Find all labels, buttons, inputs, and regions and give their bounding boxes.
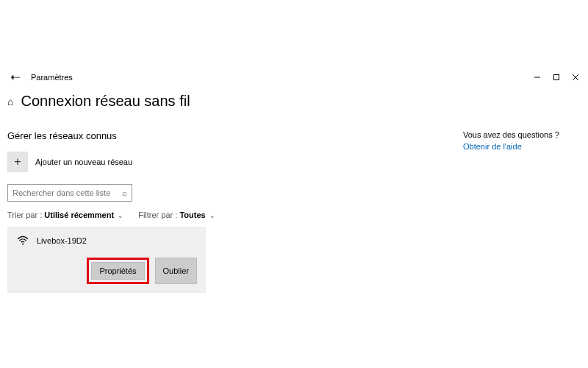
- search-input[interactable]: [12, 188, 122, 197]
- plus-icon[interactable]: +: [7, 152, 28, 172]
- filter-control[interactable]: Filtrer par : Toutes ⌄: [138, 210, 215, 219]
- minimize-button[interactable]: [528, 68, 547, 87]
- help-link[interactable]: Obtenir de l'aide: [463, 142, 522, 151]
- sort-value: Utilisé récemment: [44, 210, 114, 219]
- properties-button[interactable]: Propriétés: [91, 262, 144, 280]
- titlebar: 🠐 Paramètres: [0, 66, 588, 88]
- add-network-row[interactable]: + Ajouter un nouveau réseau: [7, 152, 331, 172]
- maximize-button[interactable]: [547, 68, 566, 87]
- filter-value: Toutes: [179, 210, 205, 219]
- svg-rect-1: [554, 75, 559, 80]
- search-icon: ⌕: [122, 188, 127, 197]
- help-question: Vous avez des questions ?: [463, 130, 581, 139]
- chevron-down-icon: ⌄: [209, 212, 215, 219]
- wifi-icon: [16, 234, 29, 247]
- close-button[interactable]: [566, 68, 585, 87]
- network-item[interactable]: Livebox-19D2 Propriétés Oublier: [7, 227, 206, 293]
- chevron-down-icon: ⌄: [118, 212, 123, 219]
- forget-button[interactable]: Oublier: [155, 258, 197, 284]
- search-box[interactable]: ⌕: [7, 184, 132, 202]
- sort-control[interactable]: Trier par : Utilisé récemment ⌄: [7, 210, 123, 219]
- add-network-label: Ajouter un nouveau réseau: [35, 158, 132, 166]
- page-header: ⌂ Connexion réseau sans fil: [0, 88, 588, 113]
- filter-label: Filtrer par :: [138, 210, 177, 219]
- svg-point-4: [22, 243, 24, 244]
- sort-label: Trier par :: [7, 210, 42, 219]
- highlight-annotation: Propriétés: [87, 258, 148, 284]
- back-arrow-icon[interactable]: 🠐: [7, 68, 24, 86]
- home-icon[interactable]: ⌂: [7, 96, 13, 107]
- window-title: Paramètres: [31, 73, 73, 82]
- network-name: Livebox-19D2: [37, 236, 87, 245]
- section-header: Gérer les réseaux connus: [7, 130, 331, 141]
- page-title: Connexion réseau sans fil: [21, 93, 190, 110]
